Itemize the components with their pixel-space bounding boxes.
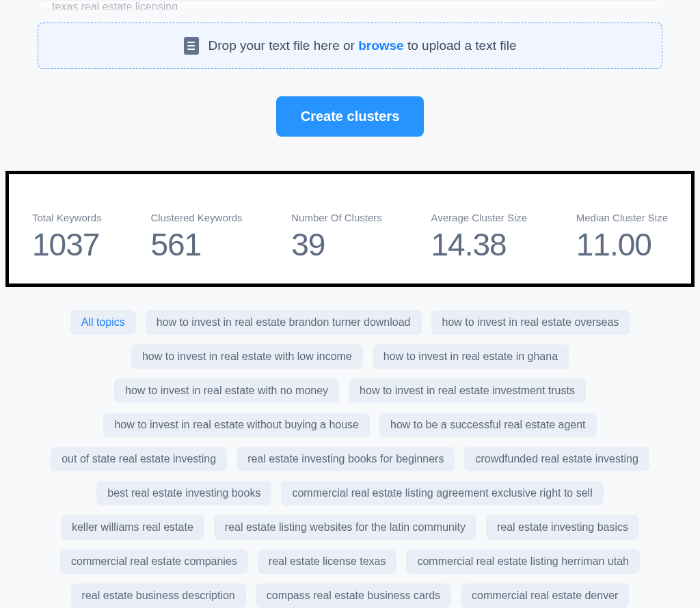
stat-item: Average Cluster Size14.38: [431, 212, 527, 260]
cluster-tag[interactable]: keller williams real estate: [61, 515, 204, 540]
cluster-tag[interactable]: real estate license texas: [258, 549, 397, 574]
cluster-tag[interactable]: how to be a successful real estate agent: [379, 413, 597, 437]
stat-item: Clustered Keywords561: [150, 212, 242, 260]
cluster-tag[interactable]: how to invest in real estate without buy…: [103, 413, 370, 437]
stat-value: 39: [291, 229, 382, 260]
create-clusters-button[interactable]: Create clusters: [276, 96, 425, 137]
cluster-tag[interactable]: how to invest in real estate brandon tur…: [146, 310, 422, 335]
cluster-tag[interactable]: commercial real estate denver: [461, 583, 629, 608]
stat-label: Average Cluster Size: [431, 212, 527, 223]
stat-label: Median Cluster Size: [576, 212, 668, 223]
cluster-tag[interactable]: real estate investing basics: [486, 515, 639, 540]
stat-value: 1037: [32, 229, 102, 260]
browse-link[interactable]: browse: [358, 38, 404, 53]
document-icon: [184, 37, 199, 55]
stat-label: Number Of Clusters: [291, 212, 382, 223]
cluster-tag[interactable]: real estate investing books for beginner…: [237, 447, 455, 471]
cluster-tag[interactable]: how to invest in real estate investment …: [349, 378, 586, 403]
tag-all-topics[interactable]: All topics: [70, 310, 136, 335]
cluster-tag[interactable]: commercial real estate companies: [60, 549, 248, 574]
stat-value: 14.38: [431, 229, 527, 260]
cluster-tag[interactable]: how to invest in real estate with low in…: [131, 344, 363, 369]
cluster-tag[interactable]: best real estate investing books: [96, 481, 271, 506]
cluster-tag[interactable]: crowdfunded real estate investing: [464, 447, 649, 471]
cluster-tag[interactable]: commercial real estate listing herriman …: [406, 549, 639, 574]
cluster-tag[interactable]: how to invest in real estate overseas: [431, 310, 630, 335]
cluster-tags: All topicshow to invest in real estate b…: [0, 303, 700, 608]
stat-label: Total Keywords: [32, 212, 102, 223]
dropzone-text: Drop your text file here or browse to up…: [208, 38, 517, 53]
input-text-tail: texas real estate licensing: [52, 1, 178, 10]
cluster-tag[interactable]: real estate listing websites for the lat…: [214, 515, 476, 540]
stat-label: Clustered Keywords: [150, 212, 242, 223]
keyword-input[interactable]: texas real estate licensing: [38, 0, 662, 10]
stat-value: 11.00: [576, 229, 668, 260]
cluster-tag[interactable]: how to invest in real estate in ghana: [373, 344, 569, 369]
cluster-tag[interactable]: how to invest in real estate with no mon…: [114, 378, 339, 403]
cluster-tag[interactable]: real estate business description: [71, 583, 246, 608]
cluster-tag[interactable]: out of state real estate investing: [51, 447, 227, 471]
stat-item: Total Keywords1037: [32, 212, 102, 260]
cluster-tag[interactable]: compass real estate business cards: [256, 583, 451, 608]
cluster-tag[interactable]: commercial real estate listing agreement…: [281, 481, 603, 506]
file-dropzone[interactable]: Drop your text file here or browse to up…: [38, 23, 662, 69]
stats-panel: Total Keywords1037Clustered Keywords561N…: [5, 171, 695, 287]
stat-item: Median Cluster Size11.00: [576, 212, 668, 260]
stat-value: 561: [150, 229, 242, 260]
stat-item: Number Of Clusters39: [291, 212, 382, 260]
